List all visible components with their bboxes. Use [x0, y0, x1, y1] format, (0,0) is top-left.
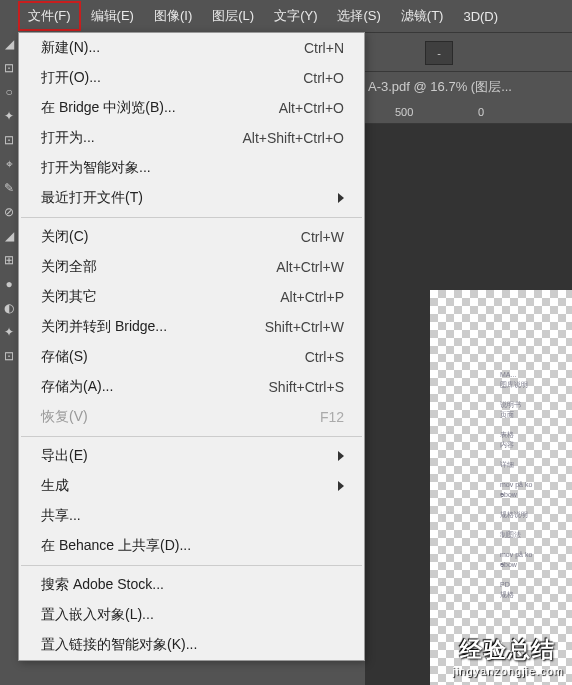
- menu-item-shortcut: Alt+Ctrl+O: [279, 100, 344, 116]
- tool-icon[interactable]: ⊡: [0, 128, 18, 152]
- menu-item-label: 搜索 Adobe Stock...: [41, 576, 344, 594]
- menu-item-label: 关闭(C): [41, 228, 281, 246]
- menu-item-shortcut: Shift+Ctrl+W: [265, 319, 344, 335]
- menu-item[interactable]: 共享...: [19, 501, 364, 531]
- menu-item-label: 关闭其它: [41, 288, 260, 306]
- menu-item-shortcut: Ctrl+S: [305, 349, 344, 365]
- chevron-right-icon: [338, 451, 344, 461]
- menu-item-label: 在 Bridge 中浏览(B)...: [41, 99, 259, 117]
- menu-item-label: 新建(N)...: [41, 39, 284, 57]
- tool-icon[interactable]: ◢: [0, 32, 18, 56]
- tool-icon[interactable]: ○: [0, 80, 18, 104]
- menu-item-shortcut: F12: [320, 409, 344, 425]
- menu-item-label: 打开(O)...: [41, 69, 283, 87]
- menubar-item[interactable]: 文字(Y): [264, 1, 327, 31]
- menu-item-label: 置入嵌入对象(L)...: [41, 606, 344, 624]
- document-tab[interactable]: A-3.pdf @ 16.7% (图层...: [368, 78, 512, 96]
- watermark-url: jingyanzongjie.com: [452, 665, 564, 677]
- menu-item[interactable]: 生成: [19, 471, 364, 501]
- menu-item: 恢复(V)F12: [19, 402, 364, 432]
- menu-separator: [21, 565, 362, 566]
- menu-item[interactable]: 关闭全部Alt+Ctrl+W: [19, 252, 364, 282]
- menu-item-shortcut: Ctrl+N: [304, 40, 344, 56]
- menu-item[interactable]: 在 Behance 上共享(D)...: [19, 531, 364, 561]
- menu-item[interactable]: 打开(O)...Ctrl+O: [19, 63, 364, 93]
- menu-item-shortcut: Ctrl+O: [303, 70, 344, 86]
- chevron-right-icon: [338, 193, 344, 203]
- toolbar-dropdown[interactable]: -: [425, 41, 453, 65]
- tool-icon[interactable]: ✦: [0, 104, 18, 128]
- chevron-right-icon: [338, 481, 344, 491]
- menu-item-label: 共享...: [41, 507, 344, 525]
- menubar-item[interactable]: 图像(I): [144, 1, 202, 31]
- menu-item-label: 关闭全部: [41, 258, 256, 276]
- menu-item-shortcut: Ctrl+W: [301, 229, 344, 245]
- menu-item[interactable]: 存储(S)Ctrl+S: [19, 342, 364, 372]
- menu-item[interactable]: 关闭并转到 Bridge...Shift+Ctrl+W: [19, 312, 364, 342]
- tool-icon[interactable]: ◢: [0, 224, 18, 248]
- menu-item-label: 最近打开文件(T): [41, 189, 328, 207]
- menu-item-label: 恢复(V): [41, 408, 300, 426]
- ruler-mark: 500: [395, 106, 413, 118]
- menubar: 文件(F)编辑(E)图像(I)图层(L)文字(Y)选择(S)滤镜(T)3D(D): [0, 0, 572, 32]
- menu-item[interactable]: 在 Bridge 中浏览(B)...Alt+Ctrl+O: [19, 93, 364, 123]
- menu-item[interactable]: 关闭其它Alt+Ctrl+P: [19, 282, 364, 312]
- menu-item[interactable]: 打开为...Alt+Shift+Ctrl+O: [19, 123, 364, 153]
- menu-item[interactable]: 搜索 Adobe Stock...: [19, 570, 364, 600]
- watermark: 经验总结 jingyanzongjie.com: [452, 635, 564, 677]
- menu-item-label: 在 Behance 上共享(D)...: [41, 537, 344, 555]
- menu-item-label: 导出(E): [41, 447, 328, 465]
- menu-separator: [21, 217, 362, 218]
- ruler-mark: 0: [478, 106, 484, 118]
- menu-item[interactable]: 置入链接的智能对象(K)...: [19, 630, 364, 660]
- tool-icon[interactable]: ✎: [0, 176, 18, 200]
- tool-icon[interactable]: ⊞: [0, 248, 18, 272]
- menu-item[interactable]: 导出(E): [19, 441, 364, 471]
- tool-icon[interactable]: ✦: [0, 320, 18, 344]
- menu-item[interactable]: 新建(N)...Ctrl+N: [19, 33, 364, 63]
- menu-item-label: 置入链接的智能对象(K)...: [41, 636, 344, 654]
- menu-item[interactable]: 关闭(C)Ctrl+W: [19, 222, 364, 252]
- tool-icon[interactable]: ●: [0, 272, 18, 296]
- file-menu-dropdown: 新建(N)...Ctrl+N打开(O)...Ctrl+O在 Bridge 中浏览…: [18, 32, 365, 661]
- menubar-item[interactable]: 选择(S): [327, 1, 390, 31]
- menu-item-label: 生成: [41, 477, 328, 495]
- tool-icon[interactable]: ◐: [0, 296, 18, 320]
- menu-item[interactable]: 存储为(A)...Shift+Ctrl+S: [19, 372, 364, 402]
- watermark-title: 经验总结: [452, 635, 564, 665]
- tool-icon[interactable]: ⊡: [0, 56, 18, 80]
- menu-item-label: 关闭并转到 Bridge...: [41, 318, 245, 336]
- menu-item-shortcut: Shift+Ctrl+S: [269, 379, 344, 395]
- tool-icon[interactable]: ⊡: [0, 344, 18, 368]
- menu-item-label: 打开为...: [41, 129, 222, 147]
- menu-item[interactable]: 打开为智能对象...: [19, 153, 364, 183]
- menu-item-shortcut: Alt+Ctrl+P: [280, 289, 344, 305]
- menubar-item[interactable]: 文件(F): [18, 1, 81, 31]
- tool-palette: ◢ ⊡ ○ ✦ ⊡ ⌖ ✎ ⊘ ◢ ⊞ ● ◐ ✦ ⊡: [0, 32, 18, 685]
- menu-item-shortcut: Alt+Shift+Ctrl+O: [242, 130, 344, 146]
- menubar-item[interactable]: 滤镜(T): [391, 1, 454, 31]
- menu-item[interactable]: 最近打开文件(T): [19, 183, 364, 213]
- tool-icon[interactable]: ⌖: [0, 152, 18, 176]
- menu-item[interactable]: 置入嵌入对象(L)...: [19, 600, 364, 630]
- tool-icon[interactable]: ⊘: [0, 200, 18, 224]
- menubar-item[interactable]: 3D(D): [453, 3, 508, 30]
- menubar-item[interactable]: 编辑(E): [81, 1, 144, 31]
- menu-item-shortcut: Alt+Ctrl+W: [276, 259, 344, 275]
- menu-item-label: 存储(S): [41, 348, 285, 366]
- menubar-item[interactable]: 图层(L): [202, 1, 264, 31]
- canvas-document-content: MA...图库说明说明书页面表格内容详细mov på koəbow规格说明制图法…: [500, 370, 572, 650]
- menu-item-label: 打开为智能对象...: [41, 159, 344, 177]
- menu-item-label: 存储为(A)...: [41, 378, 249, 396]
- menu-separator: [21, 436, 362, 437]
